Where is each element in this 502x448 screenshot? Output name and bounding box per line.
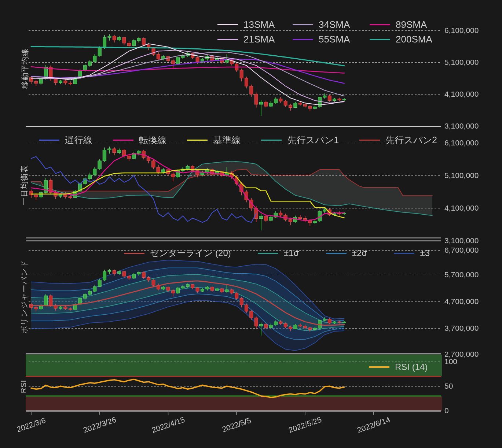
legend-line-swatch (359, 140, 380, 141)
legend-item: 21SMA (217, 34, 293, 45)
y-axis-tick-label: 0 (444, 406, 449, 415)
legend-item: 遅行線 (39, 134, 92, 146)
panel3-bollinger-legend: センターライン (20)±1σ±2σ±3 (124, 247, 430, 259)
y-axis-tick-label: 6,100,000 (444, 26, 479, 35)
legend-line-swatch (326, 253, 347, 254)
legend-item: 先行スパン2 (359, 134, 437, 146)
legend-line-swatch (369, 366, 389, 368)
legend-line-swatch (261, 140, 282, 141)
legend-label: 転換線 (139, 134, 166, 146)
y-axis-tick-label: 100 (444, 357, 457, 366)
legend-item: 先行スパン1 (261, 134, 339, 146)
legend-line-swatch (258, 253, 278, 254)
y-axis-tick-label: 3,100,000 (444, 236, 479, 245)
legend-item: 13SMA (217, 19, 293, 30)
y-axis-tick-label: 6,700,000 (444, 246, 479, 255)
legend-label: ±3 (420, 248, 430, 258)
y-axis-tick-label: 4,100,000 (444, 90, 479, 99)
panel2-ichimoku-legend: 遅行線転換線基準線先行スパン1先行スパン2 (39, 134, 437, 146)
legend-line-swatch (124, 253, 144, 254)
legend-line-swatch (217, 24, 238, 25)
panel2-ylabel: 一目均衡表 (19, 165, 29, 205)
legend-label: センターライン (20) (150, 247, 231, 259)
legend-item: ±2σ (326, 247, 367, 259)
legend-label: RSI (14) (395, 362, 428, 372)
panel4-ylabel: RSI (19, 380, 28, 393)
legend-label: 先行スパン2 (385, 134, 437, 146)
legend-item: RSI (14) (369, 362, 428, 372)
y-axis-tick-label: 5,100,000 (444, 58, 479, 67)
legend-item: 89SMA (370, 19, 432, 30)
legend-item: センターライン (20) (124, 247, 231, 259)
y-axis-tick-label: 5,700,000 (444, 270, 479, 279)
legend-item: 200SMA (370, 34, 432, 45)
legend-item: 55SMA (293, 34, 370, 45)
y-axis-tick-label: 5,100,000 (444, 171, 479, 180)
legend-line-swatch (217, 39, 238, 40)
legend-item: 基準線 (187, 134, 241, 146)
legend-item: 転換線 (113, 134, 166, 146)
legend-label: 遅行線 (65, 134, 92, 146)
legend-line-swatch (39, 140, 59, 141)
technical-analysis-chart: 移動平均線 一目均衡表 ボリンジャーバンド RSI 13SMA34SMA89SM… (0, 0, 502, 448)
legend-label: 200SMA (396, 34, 432, 45)
legend-label: 55SMA (319, 34, 350, 45)
legend-item: ±3 (394, 247, 430, 259)
panel1-ylabel: 移動平均線 (20, 48, 30, 89)
y-axis-tick-label: 4,700,000 (444, 297, 479, 306)
y-axis-tick-label: 6,100,000 (444, 138, 479, 147)
legend-line-swatch (187, 140, 208, 141)
legend-label: 先行スパン1 (287, 134, 339, 146)
chart-canvas[interactable] (0, 0, 502, 448)
y-axis-tick-label: 4,100,000 (444, 204, 479, 212)
y-axis-tick-label: 3,100,000 (444, 122, 479, 130)
panel1-sma-legend: 13SMA34SMA89SMA21SMA55SMA200SMA (217, 19, 432, 45)
panel4-rsi-legend: RSI (14) (369, 362, 428, 372)
y-axis-tick-label: 50 (444, 382, 453, 390)
panel3-ylabel: ボリンジャーバンド (19, 260, 29, 334)
legend-label: 34SMA (319, 19, 350, 30)
legend-line-swatch (370, 39, 390, 40)
legend-item: 34SMA (293, 19, 370, 30)
legend-label: 基準線 (213, 134, 241, 146)
legend-label: ±2σ (352, 248, 367, 258)
legend-item: ±1σ (258, 247, 299, 259)
legend-label: 13SMA (243, 19, 275, 30)
legend-label: 21SMA (243, 34, 275, 45)
y-axis-tick-label: 3,700,000 (444, 324, 479, 333)
legend-line-swatch (113, 140, 133, 141)
legend-label: 89SMA (396, 19, 427, 30)
legend-line-swatch (394, 253, 414, 254)
legend-line-swatch (370, 24, 390, 25)
legend-line-swatch (293, 24, 313, 25)
legend-label: ±1σ (284, 248, 299, 258)
legend-line-swatch (293, 39, 313, 40)
